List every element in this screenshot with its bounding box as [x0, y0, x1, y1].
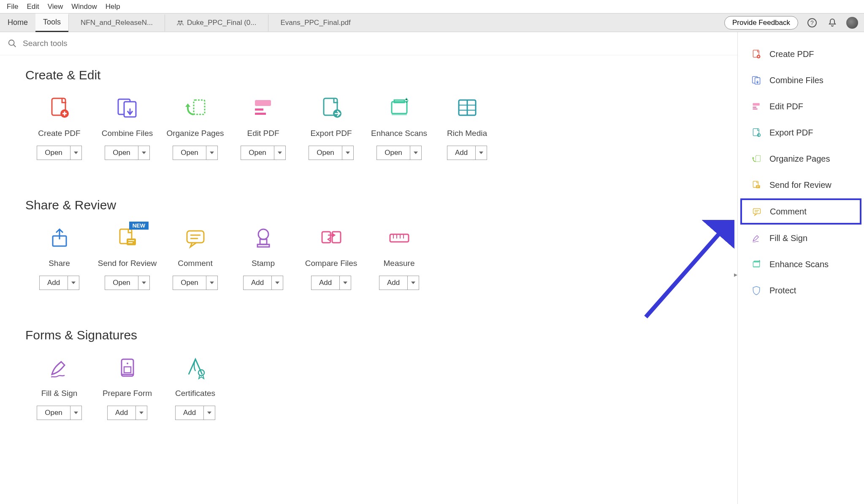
section-title: Create & Edit [25, 68, 712, 82]
tool-action-dropdown[interactable] [271, 276, 283, 290]
tool-action-dropdown[interactable] [475, 146, 487, 160]
stamp-icon [250, 224, 277, 251]
panel-expand-handle[interactable]: ▸ [734, 268, 738, 281]
search-input[interactable] [23, 39, 730, 48]
tab-home[interactable]: Home [0, 14, 35, 31]
right-panel-item-organize-pages[interactable]: Organize Pages [740, 146, 861, 171]
tool-action-button[interactable]: Open [309, 146, 342, 160]
svg-text:?: ? [810, 19, 814, 26]
tool-action-button[interactable]: Open [37, 406, 70, 420]
tool-action-button[interactable]: Open [37, 146, 70, 160]
menu-edit[interactable]: Edit [22, 1, 43, 13]
right-panel-label: Organize Pages [769, 154, 830, 164]
right-panel-item-edit-pdf[interactable]: Edit PDF [740, 94, 861, 119]
tool-action-dropdown[interactable] [342, 146, 354, 160]
tool-label: Organize Pages [166, 129, 224, 138]
document-tab[interactable]: Duke_PPC_Final (0... [165, 14, 268, 31]
tool-card-combine-files: Combine FilesOpen [93, 94, 161, 160]
right-panel-label: Protect [769, 286, 796, 295]
tool-action-button[interactable]: Add [39, 276, 68, 290]
combine-files-icon [114, 94, 141, 121]
provide-feedback-button[interactable]: Provide Feedback [724, 16, 798, 30]
right-panel-label: Combine Files [769, 76, 823, 85]
right-panel-label: Enhance Scans [769, 260, 829, 269]
notifications-icon[interactable] [826, 16, 839, 29]
menu-help[interactable]: Help [101, 1, 125, 13]
tool-label: Send for Review [98, 259, 157, 268]
tool-card-certificates: CertificatesAdd [161, 354, 229, 420]
combine-files-icon [751, 75, 762, 86]
menu-file[interactable]: File [3, 1, 22, 13]
tool-action-button[interactable]: Add [447, 146, 475, 160]
enhance-scans-icon [751, 259, 762, 270]
tool-card-stamp: StampAdd [229, 224, 297, 290]
tool-card-compare: Compare FilesAdd [297, 224, 365, 290]
tool-action-dropdown[interactable] [206, 276, 218, 290]
prepare-form-icon [114, 354, 141, 381]
tool-action-dropdown[interactable] [339, 276, 351, 290]
send-review-icon [751, 179, 762, 190]
tool-action-dropdown[interactable] [138, 276, 150, 290]
tool-action-dropdown[interactable] [407, 276, 419, 290]
tool-label: Export PDF [310, 129, 352, 138]
tool-card-organize-pages: Organize PagesOpen [161, 94, 229, 160]
right-panel-label: Comment [770, 207, 807, 217]
tool-action-dropdown[interactable] [70, 146, 82, 160]
right-panel-item-protect[interactable]: Protect [740, 278, 861, 303]
tool-action-dropdown[interactable] [135, 406, 147, 420]
organize-pages-icon [182, 94, 209, 121]
right-panel-label: Create PDF [769, 49, 814, 59]
tool-card-prepare-form: Prepare FormAdd [93, 354, 161, 420]
right-panel-item-comment[interactable]: Comment [740, 198, 861, 225]
organize-pages-icon [751, 153, 762, 164]
tool-action-button[interactable]: Add [107, 406, 135, 420]
tool-action-button[interactable]: Open [105, 276, 138, 290]
help-icon[interactable]: ? [806, 16, 818, 29]
tab-tools[interactable]: Tools [35, 14, 68, 32]
tool-action-button[interactable]: Add [379, 276, 407, 290]
create-pdf-icon [751, 49, 762, 60]
badge-new: NEW [129, 222, 149, 230]
tool-action-dropdown[interactable] [68, 276, 79, 290]
right-panel-item-fill-sign[interactable]: Fill & Sign [740, 225, 861, 251]
tool-action-dropdown[interactable] [410, 146, 422, 160]
right-panel-item-export-pdf[interactable]: Export PDF [740, 120, 861, 145]
certificates-icon [182, 354, 209, 381]
right-panel-item-combine-files[interactable]: Combine Files [740, 68, 861, 93]
tool-action-button[interactable]: Add [243, 276, 271, 290]
tool-action-dropdown[interactable] [274, 146, 286, 160]
tool-action-button[interactable]: Open [241, 146, 274, 160]
tool-action-button[interactable]: Open [376, 146, 410, 160]
tool-card-send-review: NEWSend for ReviewOpen [93, 224, 161, 290]
right-panel-label: Fill & Sign [769, 233, 807, 243]
tool-action-dropdown[interactable] [206, 146, 218, 160]
comment-icon [751, 206, 762, 217]
edit-pdf-icon [751, 101, 762, 112]
user-avatar[interactable] [846, 17, 858, 29]
export-pdf-icon [318, 94, 345, 121]
tool-action-button[interactable]: Add [175, 406, 203, 420]
document-tab-label: Evans_PPC_Final.pdf [280, 19, 350, 27]
document-tab-label: NFN_and_ReleaseN... [81, 19, 153, 27]
menu-view[interactable]: View [43, 1, 68, 13]
right-panel-item-send-review[interactable]: Send for Review [740, 172, 861, 198]
tool-action-dropdown[interactable] [203, 406, 215, 420]
menu-window[interactable]: Window [67, 1, 101, 13]
tool-label: Share [49, 259, 70, 268]
tool-action-button[interactable]: Open [173, 276, 206, 290]
document-tab[interactable]: Evans_PPC_Final.pdf [268, 14, 362, 31]
document-tab[interactable]: NFN_and_ReleaseN... [68, 14, 165, 31]
right-panel-item-create-pdf[interactable]: Create PDF [740, 41, 861, 67]
right-panel-item-enhance-scans[interactable]: Enhance Scans [740, 252, 861, 277]
tool-card-measure: MeasureAdd [365, 224, 433, 290]
tool-action-button[interactable]: Open [173, 146, 206, 160]
tool-label: Compare Files [305, 259, 358, 268]
tool-action-button[interactable]: Add [311, 276, 339, 290]
tool-action-dropdown[interactable] [138, 146, 150, 160]
tool-label: Measure [384, 259, 415, 268]
tool-action-dropdown[interactable] [70, 406, 82, 420]
tools-scroll-area[interactable]: Create & EditCreate PDFOpenCombine Files… [0, 55, 737, 504]
tool-action-button[interactable]: Open [105, 146, 138, 160]
tool-card-rich-media: Rich MediaAdd [433, 94, 501, 160]
tool-label: Rich Media [447, 129, 487, 138]
